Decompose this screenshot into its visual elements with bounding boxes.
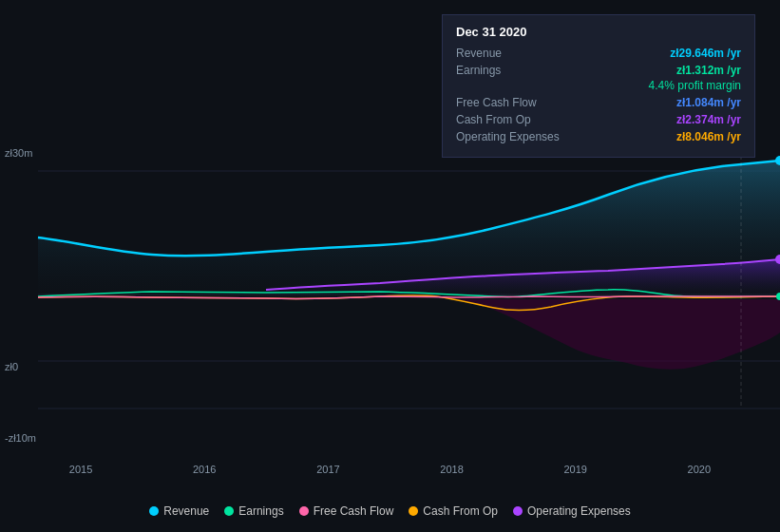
- tooltip-row-revenue: Revenue zł29.646m /yr: [456, 47, 741, 60]
- legend: Revenue Earnings Free Cash Flow Cash Fro…: [0, 504, 780, 518]
- tooltip-value-revenue: zł29.646m /yr: [670, 47, 741, 60]
- legend-label-cashfromop: Cash From Op: [423, 504, 498, 518]
- tooltip-value-fcf: zł1.084m /yr: [676, 96, 741, 109]
- x-label-2015: 2015: [69, 464, 92, 475]
- x-label-2019: 2019: [563, 464, 586, 475]
- legend-item-revenue[interactable]: Revenue: [149, 504, 209, 518]
- tooltip-row-cashfromop: Cash From Op zł2.374m /yr: [456, 113, 741, 126]
- legend-dot-fcf: [299, 506, 309, 516]
- legend-item-fcf[interactable]: Free Cash Flow: [299, 504, 394, 518]
- tooltip-value-cashfromop: zł2.374m /yr: [676, 113, 741, 126]
- tooltip-label-revenue: Revenue: [456, 47, 502, 60]
- legend-label-opex: Operating Expenses: [527, 504, 631, 518]
- tooltip-row-opex: Operating Expenses zł8.046m /yr: [456, 130, 741, 143]
- tooltip-row-fcf: Free Cash Flow zł1.084m /yr: [456, 96, 741, 109]
- profit-margin: 4.4% profit margin: [456, 79, 741, 92]
- legend-dot-earnings: [224, 506, 234, 516]
- legend-label-fcf: Free Cash Flow: [314, 504, 394, 518]
- legend-label-earnings: Earnings: [238, 504, 283, 518]
- tooltip-label-fcf: Free Cash Flow: [456, 96, 537, 109]
- legend-item-cashfromop[interactable]: Cash From Op: [409, 504, 498, 518]
- tooltip-box: Dec 31 2020 Revenue zł29.646m /yr Earnin…: [442, 14, 755, 158]
- tooltip-value-opex: zł8.046m /yr: [676, 130, 741, 143]
- legend-dot-opex: [513, 506, 523, 516]
- x-label-2018: 2018: [440, 464, 463, 475]
- legend-item-earnings[interactable]: Earnings: [224, 504, 283, 518]
- x-label-2017: 2017: [316, 464, 339, 475]
- chart-svg: [0, 142, 780, 456]
- x-label-2016: 2016: [193, 464, 216, 475]
- tooltip-label-earnings: Earnings: [456, 64, 501, 77]
- tooltip-value-earnings: zł1.312m /yr: [676, 64, 741, 77]
- x-label-2020: 2020: [688, 464, 711, 475]
- tooltip-title: Dec 31 2020: [456, 25, 741, 39]
- x-labels: 2015 2016 2017 2018 2019 2020: [0, 464, 780, 475]
- chart-container: Dec 31 2020 Revenue zł29.646m /yr Earnin…: [0, 0, 780, 532]
- tooltip-row-earnings: Earnings zł1.312m /yr: [456, 64, 741, 77]
- legend-dot-revenue: [149, 506, 159, 516]
- legend-dot-cashfromop: [409, 506, 418, 516]
- legend-item-opex[interactable]: Operating Expenses: [513, 504, 631, 518]
- legend-label-revenue: Revenue: [163, 504, 209, 518]
- tooltip-label-cashfromop: Cash From Op: [456, 113, 531, 126]
- tooltip-label-opex: Operating Expenses: [456, 130, 560, 143]
